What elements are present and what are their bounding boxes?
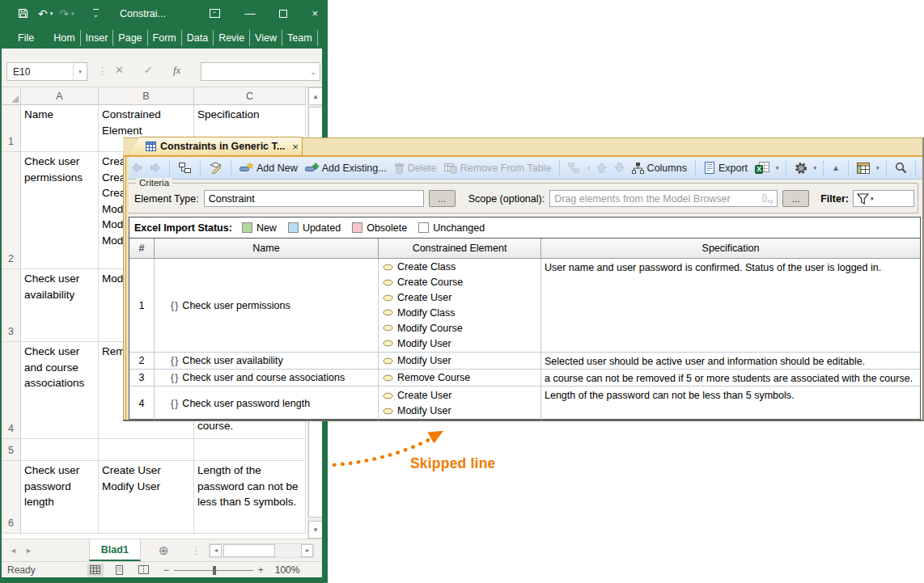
add-sheet-icon[interactable]: ⊕ xyxy=(159,543,169,558)
scroll-up-icon[interactable]: ▲ xyxy=(308,87,323,105)
formula-bar[interactable]: ⌄ xyxy=(201,62,320,81)
ribbon-tab-form[interactable]: Form xyxy=(147,30,181,46)
ribbon-tab-page[interactable]: Page xyxy=(112,30,146,46)
header-constrained-element[interactable]: Constrained Element xyxy=(379,239,541,259)
sync-with-excel-icon[interactable]: X xyxy=(753,162,771,174)
formula-input[interactable] xyxy=(201,66,307,78)
customize-qat-icon[interactable]: ⌄ xyxy=(93,9,100,19)
constraint-name-cell[interactable]: { } Check user permissions xyxy=(155,259,379,353)
ribbon-tab-hom[interactable]: Hom xyxy=(49,30,79,46)
column-header-b[interactable]: B xyxy=(99,87,194,105)
sheet-nav-arrows[interactable]: ◄► xyxy=(2,547,40,555)
add-new-button[interactable]: Add New xyxy=(238,163,299,174)
select-all-corner[interactable] xyxy=(2,87,21,105)
formula-bar-expand-icon[interactable]: ⌄ xyxy=(307,68,320,76)
specification-cell[interactable]: a course can not be removed if 5 or more… xyxy=(541,370,920,387)
ribbon-tab-view[interactable]: View xyxy=(249,30,282,46)
show-in-containment-tree-icon[interactable] xyxy=(176,162,193,174)
element-type-field[interactable] xyxy=(204,190,424,207)
row-header[interactable]: 6 xyxy=(2,461,21,534)
scroll-left-icon[interactable]: ◄ xyxy=(210,544,222,557)
spreadsheet-cell[interactable] xyxy=(99,439,194,461)
tab-close-icon[interactable]: × xyxy=(292,141,299,153)
use-case-item[interactable]: Create Class xyxy=(383,260,540,275)
close-icon[interactable]: × xyxy=(312,8,318,19)
use-case-item[interactable]: Create User xyxy=(383,290,540,306)
row-header[interactable]: 3 xyxy=(2,269,21,342)
constrained-elements-cell[interactable]: Remove Course xyxy=(379,370,541,387)
zoom-level[interactable]: 100% xyxy=(275,564,300,576)
spreadsheet-cell[interactable]: Create User Modify User xyxy=(99,461,194,534)
collapse-criteria-icon[interactable]: ▲ xyxy=(830,163,841,172)
page-layout-view-icon[interactable] xyxy=(112,564,128,577)
ribbon-tab-revie[interactable]: Revie xyxy=(213,30,249,46)
use-case-item[interactable]: Modify Course xyxy=(383,320,540,336)
constrained-elements-cell[interactable]: Create ClassCreate CourseCreate UserModi… xyxy=(379,259,541,353)
sheet-tab[interactable]: Blad1 xyxy=(89,539,141,561)
horizontal-scroll-thumb[interactable] xyxy=(223,544,275,557)
ribbon-tab-data[interactable]: Data xyxy=(181,30,213,46)
table-row[interactable]: 3 { } Check user and course associations… xyxy=(129,370,920,387)
ribbon-tab-file[interactable]: File xyxy=(13,30,39,46)
columns-button[interactable]: Columns xyxy=(630,163,689,174)
table-view-dropdown-icon[interactable]: ▾ xyxy=(876,165,879,171)
use-case-item[interactable]: Create User xyxy=(383,388,540,403)
scope-browse-button[interactable]: ... xyxy=(782,190,809,207)
column-header-a[interactable]: A xyxy=(21,87,99,105)
undo-dropdown-icon[interactable]: ▾ xyxy=(50,11,53,17)
scope-field[interactable]: {}xy xyxy=(549,190,778,207)
scroll-right-icon[interactable]: ► xyxy=(301,544,313,557)
edit-specification-icon[interactable] xyxy=(207,162,224,174)
insert-function-icon[interactable]: fx xyxy=(173,64,180,77)
row-header[interactable]: 5 xyxy=(2,439,21,461)
ribbon-tab-inser[interactable]: Inser xyxy=(80,30,113,46)
row-header[interactable]: 1 xyxy=(2,105,21,152)
specification-cell[interactable]: User name and user password is confirmed… xyxy=(541,259,920,353)
add-existing-button[interactable]: Add Existing... xyxy=(303,163,388,174)
scope-input[interactable] xyxy=(550,193,761,205)
sync-excel-dropdown-icon[interactable]: ▾ xyxy=(776,165,779,171)
table-row[interactable]: 1 { } Check user permissions Create Clas… xyxy=(129,259,920,353)
zoom-in-icon[interactable]: + xyxy=(258,564,264,576)
name-box-dropdown-icon[interactable]: ▾ xyxy=(73,63,87,80)
normal-view-icon[interactable] xyxy=(87,564,104,577)
export-button[interactable]: Export xyxy=(702,162,749,174)
specification-cell[interactable]: Length of the password can not be less t… xyxy=(541,387,920,420)
ribbon-tab-team[interactable]: Team xyxy=(282,30,317,46)
zoom-out-icon[interactable]: − xyxy=(163,564,169,576)
filter-button[interactable]: ▾ xyxy=(853,190,914,207)
name-box[interactable]: E10 ▾ xyxy=(6,62,87,81)
zoom-slider[interactable] xyxy=(174,565,253,575)
search-icon[interactable] xyxy=(893,162,909,174)
use-case-item[interactable]: Remove Course xyxy=(383,370,540,385)
spreadsheet-cell[interactable]: Check user and course associations xyxy=(21,342,99,439)
column-header-c[interactable]: C xyxy=(194,87,306,105)
specification-cell[interactable]: Selected user should be active user and … xyxy=(541,353,920,370)
maximize-icon[interactable] xyxy=(279,10,287,18)
constrained-elements-cell[interactable]: Modify User xyxy=(379,353,541,370)
constraint-name-cell[interactable]: { } Check user and course associations xyxy=(155,370,379,387)
spreadsheet-cell[interactable]: Check user availability xyxy=(21,269,99,342)
horizontal-scrollbar[interactable]: ◄ ► xyxy=(209,543,314,558)
page-break-view-icon[interactable] xyxy=(136,564,152,577)
more-ribbon-tabs-icon[interactable]: › xyxy=(365,32,370,44)
use-case-item[interactable]: Modify User xyxy=(383,336,540,351)
spreadsheet-cell[interactable]: Check user password length xyxy=(21,461,99,534)
header-specification[interactable]: Specification xyxy=(541,239,920,259)
spreadsheet-cell[interactable] xyxy=(21,439,99,461)
header-number[interactable]: # xyxy=(129,239,155,259)
use-case-item[interactable]: Modify User xyxy=(383,353,540,368)
save-icon[interactable] xyxy=(18,8,28,19)
options-gear-icon[interactable] xyxy=(793,162,809,175)
spreadsheet-cell[interactable]: Length of the password can not be less t… xyxy=(194,461,306,534)
table-row[interactable]: 2 { } Check user availability Modify Use… xyxy=(129,353,920,370)
element-type-browse-button[interactable]: ... xyxy=(429,190,456,207)
header-name[interactable]: Name xyxy=(155,239,379,259)
use-case-item[interactable]: Create Course xyxy=(383,275,540,290)
element-type-input[interactable] xyxy=(205,193,423,205)
spreadsheet-cell[interactable] xyxy=(194,439,306,461)
row-header[interactable]: 2 xyxy=(2,152,21,269)
scroll-down-icon[interactable]: ▼ xyxy=(308,521,323,539)
spreadsheet-cell[interactable]: Name xyxy=(21,105,99,152)
row-header[interactable]: 4 xyxy=(2,342,21,439)
